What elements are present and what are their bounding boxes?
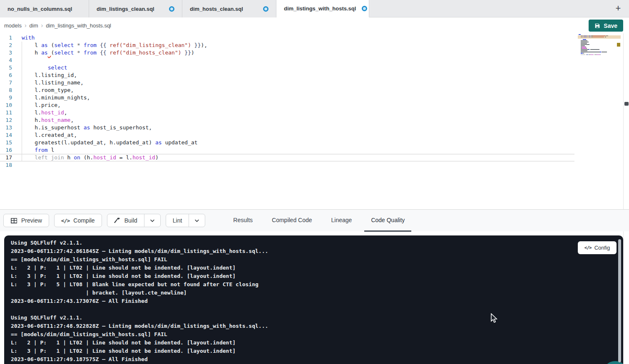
terminal-line: L: 3 | P: 5 | LT08 | Blank line expected… [11, 280, 623, 289]
line-number: 2 [0, 42, 12, 49]
terminal-scrollbar-thumb[interactable] [618, 239, 621, 362]
minimap-line [579, 56, 620, 57]
code-token: , [70, 117, 74, 123]
code-token: updated_at [162, 139, 198, 146]
code-line[interactable]: 1with [0, 34, 574, 42]
code-line[interactable]: 6 l.listing_id, [0, 72, 574, 79]
code-line[interactable]: 18 [0, 161, 574, 169]
terminal-line: L: 2 | P: 1 | LT02 | Line should not be … [11, 264, 623, 272]
panel-tab-compiled-code[interactable]: Compiled Code [265, 210, 319, 232]
panel-tab-code-quality[interactable]: Code Quality [364, 210, 411, 232]
line-content: l.host_id, [22, 109, 67, 116]
minimap-viewport-band[interactable] [578, 35, 621, 39]
code-icon: </> [584, 245, 592, 250]
code-line[interactable]: 2 l as (select * from {{ ref("dim_listin… [0, 42, 574, 49]
code-line[interactable]: 8 l.room_type, [0, 87, 574, 94]
code-token: host_is_superhost, [90, 124, 152, 131]
hammer-icon [114, 217, 121, 224]
code-token: host_id [132, 154, 155, 161]
panel-tab-lineage[interactable]: Lineage [325, 210, 359, 232]
minimap-code [597, 54, 600, 55]
line-number: 17 [0, 154, 12, 161]
code-token: }} [191, 42, 201, 48]
code-line[interactable]: 9 l.minimum_nights, [0, 94, 574, 102]
editor-tab[interactable]: dim_hosts_clean.sql [182, 0, 276, 17]
line-content: h as (select * from {{ ref("dim_hosts_cl… [22, 49, 194, 57]
minimap-code [581, 42, 589, 42]
breadcrumb-item[interactable]: dim_listings_with_hosts.sql [46, 22, 111, 29]
line-content: l.created_at, [22, 131, 77, 139]
code-line[interactable]: 16 from l [0, 146, 574, 154]
code-line[interactable]: 14 l.created_at, [0, 131, 574, 139]
code-line[interactable]: 3 h as (select * from {{ ref("dim_hosts_… [0, 49, 574, 57]
line-number: 1 [0, 34, 12, 42]
code-token: select [48, 64, 67, 71]
minimap-code [590, 54, 594, 55]
code-token [97, 42, 100, 48]
breadcrumb-item[interactable]: dim [30, 22, 38, 29]
line-number: 10 [0, 102, 12, 109]
terminal-line: L: 3 | P: 1 | LT02 | Line should not be … [11, 347, 623, 355]
code-line[interactable]: 11 l.host_id, [0, 109, 574, 116]
code-line[interactable]: 7 l.listing_name, [0, 79, 574, 87]
code-line[interactable]: 5 select [0, 64, 574, 72]
minimap-line [579, 40, 620, 41]
panel-tab-results[interactable]: Results [226, 210, 259, 232]
build-button-label: Build [124, 217, 137, 224]
build-button[interactable]: Build [107, 214, 144, 227]
preview-button[interactable]: Preview [3, 214, 49, 227]
code-token: select [54, 50, 74, 56]
code-icon: </> [61, 218, 70, 224]
code-line[interactable]: 15 greatest(l.updated_at, h.updated_at) … [0, 139, 574, 146]
minimap-code [582, 48, 587, 49]
panel-tab-list: ResultsCompiled CodeLineageCode Quality [224, 210, 414, 232]
terminal-output: Using SQLFluff v2.1.1.2023-06-06T11:27:4… [4, 235, 623, 364]
code-editor[interactable]: 1with2 l as (select * from {{ ref("dim_l… [0, 33, 623, 209]
breadcrumb: models›dim›dim_listings_with_hosts.sql [4, 22, 111, 29]
minimap-line [579, 42, 620, 42]
lint-dropdown-button[interactable] [189, 214, 205, 227]
lint-split-button: Lint [166, 214, 206, 227]
editor-tab[interactable]: dim_listings_clean.sql [89, 0, 182, 17]
code-line[interactable]: 17 left join h on (h.host_id = l.host_id… [0, 154, 574, 161]
breadcrumb-item[interactable]: models [4, 22, 22, 29]
editor-tab[interactable]: dim_listings_with_hosts.sql [276, 0, 369, 17]
code-token: on [74, 154, 80, 161]
code-token: host_id [41, 109, 64, 116]
code-token [74, 42, 77, 48]
line-number: 18 [0, 161, 12, 169]
minimap-line [579, 49, 620, 50]
code-line[interactable]: 13 h.is_superhost as host_is_superhost, [0, 124, 574, 131]
minimap-line [579, 52, 620, 52]
build-split-button: Build [107, 214, 161, 227]
editor-scrollbar-track[interactable] [623, 33, 629, 364]
code-token: from [84, 42, 97, 48]
editor-tab[interactable]: no_nulls_in_columns.sql [0, 0, 89, 17]
save-button[interactable]: Save [589, 20, 623, 32]
terminal-line: 2023-06-06T11:27:43.173076Z – All Finish… [11, 297, 623, 305]
code-line[interactable]: 10 l.price, [0, 102, 574, 109]
code-token: * [77, 42, 80, 48]
new-tab-button[interactable]: + [613, 3, 624, 14]
code-line[interactable]: 4 [0, 57, 574, 64]
code-token [74, 50, 77, 56]
build-dropdown-button[interactable] [144, 214, 160, 227]
editor-scrollbar-thumb[interactable] [624, 102, 629, 106]
lint-button[interactable]: Lint [166, 214, 189, 227]
lint-button-label: Lint [173, 217, 182, 224]
config-button[interactable]: </> Config [578, 241, 617, 254]
code-line[interactable]: 12 h.host_name, [0, 116, 574, 124]
line-number: 4 [0, 57, 12, 64]
line-number: 9 [0, 94, 12, 102]
terminal-line: | bracket. [layout.cte_newline] [11, 289, 623, 297]
line-content: with [22, 34, 35, 42]
code-token: l.created_at, [22, 132, 77, 138]
minimap-code [581, 40, 587, 41]
compile-button[interactable]: </> Compile [54, 214, 102, 227]
code-token: h.is_superhost [22, 124, 84, 131]
line-content: greatest(l.updated_at, h.updated_at) as … [22, 139, 198, 146]
code-token: , [64, 109, 67, 116]
minimap-code [581, 45, 585, 46]
terminal-line: 2023-06-06T11:27:49.187575Z – All Finish… [11, 355, 623, 364]
code-token: ) [155, 154, 159, 161]
